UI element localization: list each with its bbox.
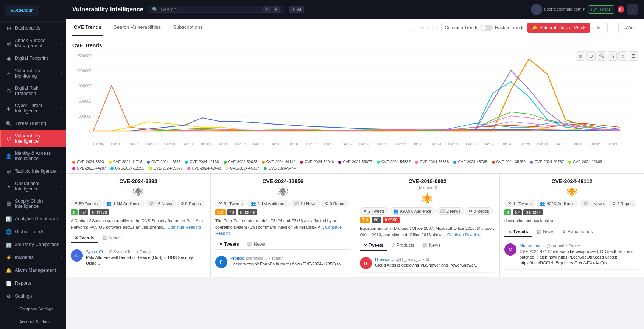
cve-tab-tweets[interactable]: ✕Tweets [360, 241, 387, 251]
legend-item-cve-45337[interactable]: CVE-2024-45337 [226, 166, 259, 170]
sidebar-item-incidents[interactable]: ⚡ Incidents › [0, 251, 66, 264]
news-stat: 📰1 News [580, 200, 607, 207]
sidebar-item-account-settings[interactable]: Account Settings [0, 315, 66, 328]
cve-tab-news[interactable]: 📰News [243, 240, 269, 249]
continue-reading-link[interactable]: Continue Reading [447, 232, 481, 237]
legend-item-cve-49138[interactable]: CVE-2024-49138 [185, 160, 219, 164]
legend-item-cve-49112[interactable]: CVE-2024-49112 [262, 160, 296, 164]
sidebar-label-operational-intelligence: Operational Intelligence [15, 181, 58, 192]
cve-card-cve-2018-0802: CVE-2018-0802 (Microsoft) 🕷 ✕2 Tweets 👥9… [355, 174, 500, 277]
menu-icon-button[interactable]: ⋮ [627, 4, 638, 15]
sidebar-item-threat-hunting[interactable]: 🔍 Threat Hunting [0, 117, 66, 130]
sidebar-icon-settings: ⚙ [6, 293, 12, 299]
legend-item-cve-48788[interactable]: CVE-2023-48788 [453, 160, 487, 164]
news-stat: 📰16 News [146, 200, 176, 207]
sidebar-label-global-trends: Global Trends [15, 229, 62, 234]
sidebar-item-supply-chain[interactable]: ⛓ Supply Chain Intelligence › [0, 195, 66, 212]
print-chart-button[interactable]: 🖨 [608, 51, 617, 61]
cve-tab-tweets[interactable]: ✕Tweets [215, 240, 243, 249]
legend-item-cve-41713[interactable]: CVE-2024-41713 [109, 160, 142, 164]
legend-item-cve-44207[interactable]: CVE-2021-44207 [72, 166, 106, 170]
x-axis-label: Dec 05 [93, 142, 104, 146]
continue-reading-link[interactable]: Continue Reading [215, 225, 342, 236]
sidebar-item-digital-risk-protection[interactable]: 🛡 Digital Risk Protection › [0, 82, 66, 100]
sidebar-item-operational-intelligence[interactable]: ≡ Operational Intelligence › [0, 178, 66, 195]
vulnerabilities-of-week-button[interactable]: 🔔 Vulnerabilities of Week [527, 23, 590, 33]
legend-item-cve-52046[interactable]: CVE-2024-52046 [300, 160, 334, 164]
logo-image[interactable]: SOCRadar [5, 5, 39, 16]
legend-item-cve-50623[interactable]: CVE-2024-50623 [224, 160, 257, 164]
sidebar-item-vulnerability-monitoring[interactable]: ⚠ Vulnerability Monitoring › [0, 65, 66, 82]
x-axis-label: Dec 09 [164, 142, 175, 146]
zoom-out-button[interactable]: ⊖ [586, 51, 596, 61]
sidebar-item-global-trends[interactable]: 🌐 Global Trends [0, 225, 66, 238]
legend-item-cve-9474[interactable]: CVE-2024-9474 [264, 166, 296, 170]
sidebar-item-vulnerability-intelligence[interactable]: ⬡ Vulnerability Intelligence [0, 130, 66, 147]
hacker-trends-toggle[interactable] [481, 25, 493, 31]
home-chart-button[interactable]: ⌂ [618, 51, 627, 61]
search-tag-x[interactable]: ✕ [263, 6, 271, 12]
sidebar-item-cyber-threat-intelligence[interactable]: ◈ Cyber Threat Intelligence › [0, 100, 66, 117]
legend-item-cve-42448[interactable]: CVE-2024-42448 [187, 166, 221, 170]
legend-item-cve-56337[interactable]: CVE-2024-56337 [377, 160, 411, 164]
legend-label: CVE-2024-42448 [192, 166, 221, 170]
sidebar-item-dashboards[interactable]: ⊞ Dashboards [0, 22, 66, 34]
sidebar-item-identity-access[interactable]: 👤 Identity & Access Intelligence › [0, 147, 66, 165]
tweet-name: Muhammed... [520, 243, 545, 248]
plus-icon-button[interactable]: + [607, 22, 619, 33]
svg-text:900000: 900000 [79, 84, 92, 88]
sidebar-item-settings[interactable]: ⚙ Settings › [0, 290, 66, 302]
search-bar[interactable]: 🔍 ✕ K [148, 6, 284, 13]
tab-search-vulnerabilities[interactable]: Search Vulnerabilities [112, 19, 162, 36]
cve-tab-news[interactable]: 📰News [418, 241, 444, 251]
tweet-content: Muhammed... @zertux6 • Today CVE-2024-49… [520, 243, 639, 266]
sidebar-item-analytics-dashboard[interactable]: 📊 Analytics Dashboard [0, 212, 66, 225]
header-right: user@example.com ▾ 671 TRIAL 9+ ⋮ [531, 4, 638, 15]
tweet-name: IT news ... [375, 257, 394, 262]
legend-item-cve-12686[interactable]: CVE-2024-12686 [568, 160, 602, 164]
sidebar-item-3rd-party[interactable]: 🏢 3rd Party Companies [0, 238, 66, 251]
cve-tab-news[interactable]: 📰News [532, 227, 558, 237]
sidebar-item-tactical-intelligence[interactable]: ◎ Tactical Intelligence › [0, 165, 66, 178]
repos-stat: ⊙0 Repos [322, 200, 349, 207]
cve-tab-products[interactable]: ⬡Products [387, 241, 418, 251]
sidebar-item-reports[interactable]: 📄 Reports [0, 277, 66, 290]
score-badge: 0.01179 [90, 209, 109, 215]
menu-chart-button[interactable]: ☰ [629, 51, 638, 61]
score-badge: 0 [71, 209, 78, 215]
tweet-handle: @SystemTe... [109, 249, 135, 254]
legend-item-cve-53677[interactable]: CVE-2024-53677 [338, 160, 372, 164]
tab-subscriptions[interactable]: Subscriptions [171, 19, 204, 36]
cve-tab-tweets[interactable]: ✕Tweets [71, 233, 98, 243]
sidebar-item-attack-surface[interactable]: ◎ Attack Surface Management › [0, 34, 66, 52]
tweet-avatar: P [215, 256, 227, 268]
user-avatar[interactable] [531, 4, 542, 15]
cve-tab-repositories[interactable]: ⚙Repositories [558, 227, 597, 237]
legend-item-cve-12356[interactable]: CVE-2024-12356 [110, 166, 144, 170]
legend-item-cve-3393[interactable]: CVE-2024-3393 [72, 160, 104, 164]
continue-reading-link[interactable]: Continue Reading [168, 225, 201, 229]
sun-icon-button[interactable]: ☀ [593, 22, 604, 33]
tab-cve-trends[interactable]: CVE Trends [72, 19, 103, 36]
legend-item-cve-35250[interactable]: CVE-2024-35250 [492, 160, 526, 164]
cve-link-button[interactable]: CVE↗ [622, 22, 638, 33]
legend-item-cve-55875[interactable]: CVE-2024-55875 [149, 166, 183, 170]
trial-button[interactable]: 671 TRIAL [588, 5, 614, 14]
search-input[interactable] [161, 6, 260, 12]
period-select[interactable]: Weekly ▾ [415, 23, 442, 32]
notification-badge[interactable]: 9+ [618, 6, 624, 13]
sidebar-item-company-settings[interactable]: Company Settings [0, 302, 66, 315]
zoom-in-button[interactable]: ⊕ [576, 51, 585, 61]
search-chart-button[interactable]: 🔍 [597, 51, 606, 61]
sidebar-item-digital-footprint[interactable]: ◉ Digital Footprint [0, 52, 66, 65]
legend-label: CVE-2024-9474 [268, 166, 296, 170]
legend-dot [530, 161, 533, 164]
legend-item-cve-56338[interactable]: CVE-2024-56338 [415, 160, 449, 164]
cve-tab-tweets[interactable]: ✕Tweets [504, 227, 532, 237]
cve-tab-news[interactable]: 📰News [98, 233, 124, 243]
legend-dot [377, 161, 380, 164]
ai-button[interactable]: ✦ AI [289, 6, 304, 13]
legend-item-cve-12856[interactable]: CVE-2024-12856 [147, 160, 180, 164]
sidebar-item-alarm-management[interactable]: 🔔 Alarm Management [0, 264, 66, 277]
legend-item-cve-20767[interactable]: CVE-2024-20767 [530, 160, 564, 164]
